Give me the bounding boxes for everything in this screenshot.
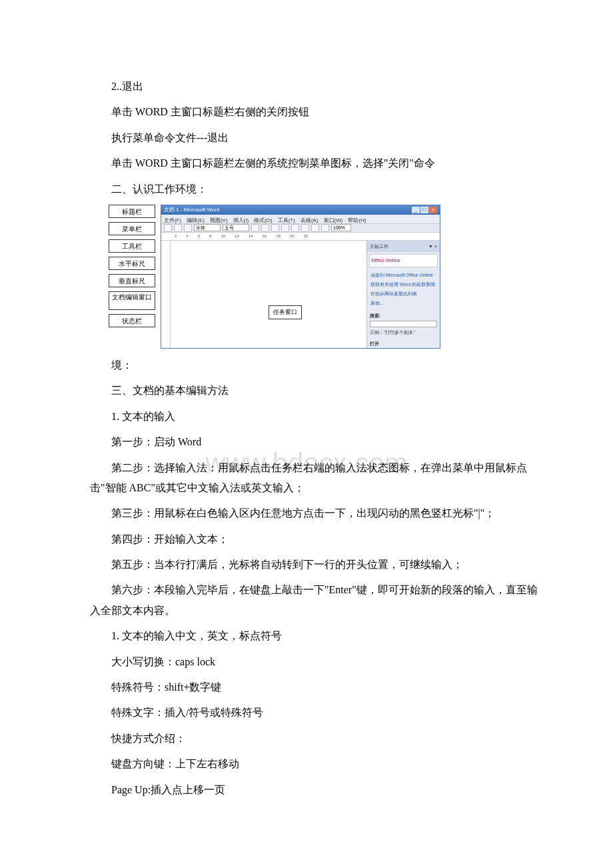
diagram-callout-labels: 标题栏 菜单栏 工具栏 水平标尺 垂直标尺 文档编辑窗口 状态栏 [109,205,155,349]
toolbar-icon [301,224,309,232]
callout-doc-edit: 文档编辑窗口 [109,291,155,310]
callout-toolbar: 工具栏 [109,239,155,253]
toolbar-icon [174,224,182,232]
word-title-text: 文档 1 - Microsoft Word [164,205,219,215]
ruler-mark: 8 [209,233,211,240]
task-pane-search: 搜索: 示例："打印多个副本" [367,310,440,339]
bold-icon [251,224,259,232]
menu-table: 表格(A) [301,215,318,223]
word-window: 文档 1 - Microsoft Word _ □ × 文件(F) 编辑(E) … [161,205,440,349]
tp-link: 自动从网站更新此列表 [370,289,436,298]
callout-status-bar: 状态栏 [109,314,155,327]
task-pane-header: 开始工作 ▼ × [367,241,440,252]
tp-link: 获取有关使用 Word 的最新新闻 [370,280,436,289]
toolbar-icon [321,224,329,232]
para-text-input-heading: 1. 文本的输入 [90,407,543,427]
ruler-mark: 4 [186,233,188,240]
document-edit-area: 任务窗口 [171,241,366,349]
task-pane-links: 连接到 Microsoft Office Online 获取有关使用 Word … [367,269,440,310]
menu-insert: 插入(I) [233,215,249,223]
menu-file: 文件(F) [164,215,181,223]
menu-tools: 工具(T) [278,215,295,223]
para-step-6: 第六步：本段输入完毕后，在键盘上敲击一下"Enter"键，即可开始新的段落的输入… [90,580,543,621]
size-select: 五号 [223,224,249,231]
para-step-5: 第五步：当本行打满后，光标将自动转到下一行的开头位置，可继续输入； [90,555,543,575]
menu-format: 格式(O) [254,215,273,223]
para-step-2: 第二步：选择输入法：用鼠标点击任务栏右端的输入法状态图标，在弹出菜单中用鼠标点击… [90,458,543,499]
menu-edit: 编辑(E) [187,215,205,223]
italic-icon [261,224,269,232]
para-page-up: Page Up:插入点上移一页 [90,780,543,800]
open-label: 打开 [370,339,437,348]
para-file-exit: 执行菜单命令文件---退出 [90,128,543,148]
vertical-ruler [161,241,171,349]
para-step-4: 第四步：开始输入文本； [90,529,543,549]
para-close-button: 单击 WORD 主窗口标题栏右侧的关闭按钮 [90,102,543,122]
search-example: 示例："打印多个副本" [370,328,437,337]
word-toolbar: 宋体 五号 100% [161,224,440,233]
search-label: 搜索: [370,311,437,320]
ruler-mark: 20 [290,233,295,240]
callout-task-pane: 任务窗口 [269,305,302,319]
para-exit-heading: 2..退出 [90,77,543,97]
para-section-2-heading: 二、认识工作环境： [90,179,543,199]
para-special-chars: 特殊文字：插入/符号或特殊符号 [90,703,543,723]
search-input-graphic [370,321,437,327]
toolbar-icon [311,224,319,232]
callout-v-ruler: 垂直标尺 [109,274,155,287]
horizontal-ruler: 2 4 6 8 10 12 14 16 18 20 22 [161,233,440,241]
word-ui-diagram: 标题栏 菜单栏 工具栏 水平标尺 垂直标尺 文档编辑窗口 状态栏 文档 1 - … [109,205,543,349]
office-online-text: Office Online [371,258,400,263]
maximize-icon: □ [420,207,428,213]
window-controls: _ □ × [412,207,437,213]
ruler-mark: 6 [198,233,200,240]
para-section-3-heading: 三、文档的基本编辑方法 [90,381,543,401]
task-pane-close-icon: ▼ × [428,242,437,251]
para-arrow-keys: 键盘方向键：上下左右移动 [90,754,543,774]
menu-view: 视图(V) [210,215,228,223]
font-select: 宋体 [194,224,221,231]
zoom-select: 100% [331,224,351,231]
minimize-icon: _ [412,207,420,213]
task-pane-title: 开始工作 [370,242,388,251]
para-special-symbols: 特殊符号：shift+数字键 [90,677,543,697]
ruler-mark: 18 [276,233,281,240]
menu-help: 帮助(H) [348,215,366,223]
ruler-mark: 12 [235,233,239,240]
ruler-mark: 2 [175,233,177,240]
para-env-cont: 境： [90,355,543,375]
toolbar-icon [291,224,299,232]
menu-window: 窗口(W) [324,215,343,223]
para-caps-lock: 大小写切换：caps lock [90,652,543,672]
office-online-logo: Office Online [369,254,438,267]
underline-icon [271,224,279,232]
ruler-mark: 10 [221,233,225,240]
task-pane: 开始工作 ▼ × Office Online 连接到 Microsoft Off… [366,241,440,349]
toolbar-icon [184,224,192,232]
close-icon: × [429,207,437,213]
callout-h-ruler: 水平标尺 [109,257,155,270]
tp-link: 连接到 Microsoft Office Online [370,271,436,279]
callout-title-bar: 标题栏 [109,205,155,218]
callout-menu-bar: 菜单栏 [109,222,155,235]
task-pane-open: 打开 2.1 中文版Word 2003概述.doc 2.6修订.doc 2.7文… [367,338,440,349]
toolbar-icon [164,224,172,232]
ruler-mark: 14 [249,233,253,240]
tp-link: 其他... [370,299,436,307]
ruler-mark: 22 [304,233,308,240]
para-system-menu-close: 单击 WORD 主窗口标题栏左侧的系统控制菜单图标，选择"关闭"命令 [90,153,543,173]
para-step-1: 第一步：启动 Word [90,432,543,452]
word-title-bar: 文档 1 - Microsoft Word _ □ × [161,205,440,215]
para-step-3: 第三步：用鼠标在白色输入区内任意地方点击一下，出现闪动的黑色竖杠光标"|"； [90,503,543,523]
ruler-mark: 16 [262,233,267,240]
para-shortcuts-heading: 快捷方式介绍： [90,729,543,749]
toolbar-icon [281,224,289,232]
word-menu-bar: 文件(F) 编辑(E) 视图(V) 插入(I) 格式(O) 工具(T) 表格(A… [161,215,440,224]
para-text-input-lang: 1. 文本的输入中文，英文，标点符号 [90,626,543,646]
word-body: 任务窗口 开始工作 ▼ × Office Online 连接到 Microsof… [161,241,440,349]
